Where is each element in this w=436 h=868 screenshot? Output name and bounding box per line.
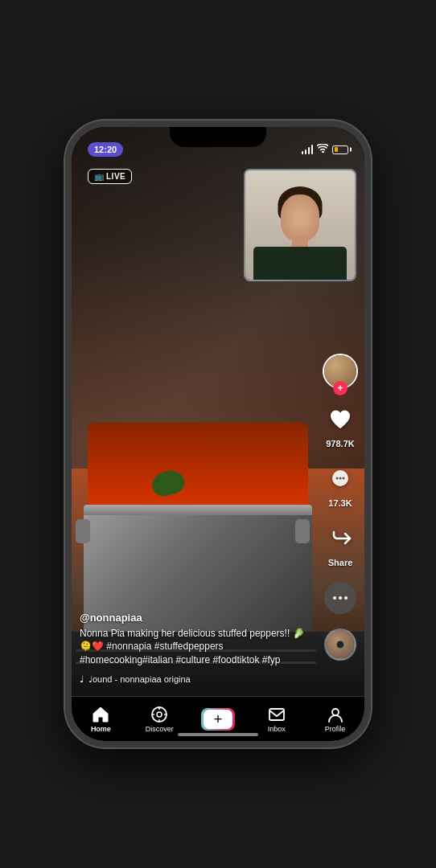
- video-overlay-text: @nonnapiaa Nonna Pia making her deliciou…: [80, 612, 316, 685]
- discover-icon: [150, 706, 168, 723]
- notch: [170, 127, 266, 147]
- inbox-label: Inbox: [268, 725, 286, 733]
- video-description: Nonna Pia making her delicious stuffed p…: [80, 627, 316, 667]
- share-label: Share: [328, 558, 353, 567]
- home-icon: [92, 706, 109, 723]
- pip-video[interactable]: [244, 169, 356, 281]
- create-button[interactable]: +: [201, 708, 235, 731]
- svg-rect-11: [269, 709, 284, 720]
- sound-disc[interactable]: [324, 628, 356, 661]
- svg-point-3: [339, 477, 342, 480]
- follow-button[interactable]: +: [333, 381, 348, 395]
- nav-profile[interactable]: Profile: [315, 706, 356, 733]
- svg-point-2: [336, 477, 339, 480]
- nav-home[interactable]: Home: [80, 706, 121, 733]
- svg-point-6: [157, 712, 162, 717]
- discover-label: Discover: [146, 725, 174, 733]
- sound-name: ♩ound - nonnapiaa origina: [88, 674, 191, 685]
- screen: 12:20: [72, 127, 364, 741]
- phone-frame: 12:20: [65, 121, 371, 747]
- disc-inner: [327, 631, 354, 658]
- more-options-button[interactable]: [324, 582, 356, 614]
- status-icons: [302, 144, 349, 155]
- battery-icon: [332, 145, 348, 154]
- nav-inbox[interactable]: Inbox: [257, 706, 297, 733]
- home-indicator: [178, 733, 258, 736]
- signal-bars-icon: [302, 145, 314, 154]
- creator-avatar[interactable]: +: [323, 354, 358, 389]
- inbox-icon: [268, 706, 286, 723]
- phone-inner: 12:20: [72, 127, 364, 741]
- pip-person-bg: [245, 170, 355, 280]
- creator-username[interactable]: @nonnapiaa: [80, 612, 316, 624]
- comment-icon: [324, 463, 356, 495]
- live-badge: 📺 LIVE: [88, 169, 132, 184]
- home-label: Home: [91, 725, 111, 733]
- wifi-icon: [317, 144, 328, 155]
- share-icon: [324, 522, 356, 555]
- create-plus-icon: +: [214, 712, 223, 727]
- comment-action[interactable]: 17.3K: [324, 463, 356, 508]
- sound-info[interactable]: ♩ ♩ound - nonnapiaa origina: [80, 674, 316, 685]
- profile-label: Profile: [325, 725, 346, 733]
- comment-count: 17.3K: [328, 498, 352, 508]
- profile-icon: [327, 706, 344, 723]
- tv-icon: 📺: [94, 172, 104, 181]
- share-action[interactable]: Share: [324, 522, 356, 567]
- status-time: 12:20: [88, 142, 123, 157]
- nav-discover[interactable]: Discover: [139, 706, 179, 733]
- music-note-icon: ♩: [80, 674, 84, 685]
- heart-icon: [324, 403, 356, 436]
- live-text: LIVE: [106, 172, 125, 181]
- nav-create[interactable]: +: [198, 708, 238, 731]
- right-sidebar: + 978.7K: [323, 354, 358, 661]
- svg-point-12: [332, 709, 339, 715]
- svg-point-4: [343, 477, 345, 480]
- like-action[interactable]: 978.7K: [324, 403, 356, 448]
- like-count: 978.7K: [326, 439, 354, 448]
